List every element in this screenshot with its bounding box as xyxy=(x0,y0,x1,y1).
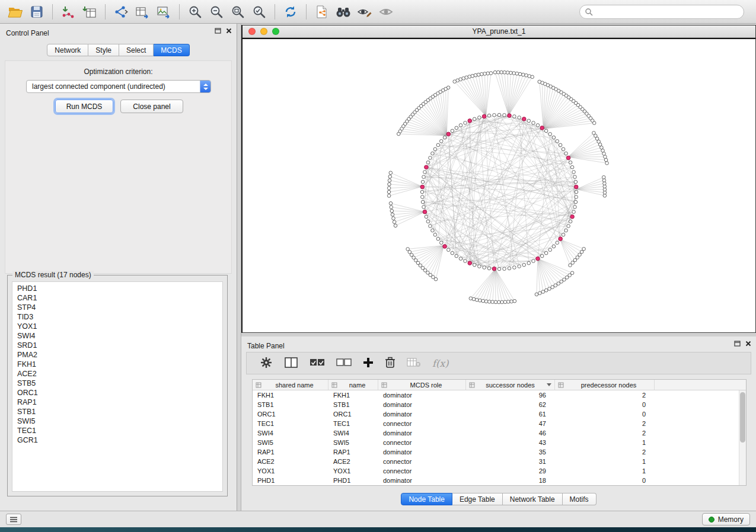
list-item[interactable]: CAR1 xyxy=(17,293,222,303)
tab-select[interactable]: Select xyxy=(119,44,154,56)
table-row[interactable]: PHD1PHD1dominator180 xyxy=(253,476,739,485)
list-item[interactable]: PHD1 xyxy=(17,284,222,293)
float-panel-icon[interactable] xyxy=(734,341,741,347)
search-network-binoculars-icon[interactable] xyxy=(333,3,354,21)
column-header-shared-name[interactable]: shared name xyxy=(253,380,328,390)
window-zoom-button[interactable] xyxy=(272,28,279,35)
memory-status-dot xyxy=(709,517,714,523)
import-network-icon[interactable] xyxy=(58,3,79,21)
list-item[interactable]: GCR1 xyxy=(17,435,222,445)
table-cell: SWI4 xyxy=(253,430,328,437)
table-row[interactable]: FKH1FKH1dominator962 xyxy=(253,390,739,400)
table-cell: 2 xyxy=(555,420,655,427)
show-columns-icon[interactable] xyxy=(284,357,298,370)
network-window-titlebar[interactable]: YPA_prune.txt_1 xyxy=(243,25,755,38)
export-image-icon[interactable] xyxy=(153,3,174,21)
table-row[interactable]: SWI4SWI4dominator462 xyxy=(253,428,739,438)
list-item[interactable]: TID3 xyxy=(17,312,222,322)
table-row[interactable]: ACE2ACE2connector311 xyxy=(253,457,739,466)
table-cell: PHD1 xyxy=(328,477,378,484)
network-canvas[interactable] xyxy=(243,38,755,332)
zoom-in-icon[interactable] xyxy=(184,3,206,21)
zoom-out-icon[interactable] xyxy=(206,3,227,21)
list-item[interactable]: SWI5 xyxy=(17,416,222,426)
select-all-rows-icon[interactable] xyxy=(310,358,325,368)
table-row[interactable]: SWI5SWI5connector431 xyxy=(253,438,739,447)
share-document-icon[interactable] xyxy=(311,3,333,21)
table-cell: RAP1 xyxy=(253,448,328,456)
delete-column-trash-icon[interactable] xyxy=(385,357,395,370)
add-column-plus-icon[interactable] xyxy=(363,357,374,370)
status-bar: Memory xyxy=(0,511,756,527)
zoom-selected-icon[interactable] xyxy=(248,3,270,21)
column-type-icon xyxy=(381,382,387,388)
list-item[interactable]: PMA2 xyxy=(17,350,222,360)
list-item[interactable]: STB1 xyxy=(17,407,222,416)
network-window-title: YPA_prune.txt_1 xyxy=(243,27,755,36)
table-scrollbar[interactable] xyxy=(739,390,746,485)
memory-button[interactable]: Memory xyxy=(702,513,750,525)
float-panel-icon[interactable] xyxy=(215,28,221,34)
tab-node-table[interactable]: Node Table xyxy=(401,493,452,505)
table-row[interactable]: ORC1ORC1dominator610 xyxy=(253,409,739,419)
criterion-dropdown[interactable]: largest connected component (undirected) xyxy=(26,80,211,93)
deselect-all-rows-icon[interactable] xyxy=(336,358,352,368)
list-item[interactable]: RAP1 xyxy=(17,398,222,407)
zoom-fit-icon[interactable] xyxy=(227,3,248,21)
table-cell: ACE2 xyxy=(328,458,378,465)
control-panel-header: Control Panel xyxy=(0,24,237,40)
column-header-successor-nodes[interactable]: successor nodes xyxy=(466,380,555,390)
list-item[interactable]: ORC1 xyxy=(17,388,222,398)
list-item[interactable]: SWI4 xyxy=(17,331,222,341)
column-type-icon xyxy=(469,382,475,388)
search-input[interactable] xyxy=(596,8,739,16)
column-header-name[interactable]: name xyxy=(328,380,378,390)
tab-edge-table[interactable]: Edge Table xyxy=(452,493,503,505)
refresh-icon[interactable] xyxy=(280,3,301,21)
table-row[interactable]: TEC1TEC1connector472 xyxy=(253,419,739,428)
list-item[interactable]: STB5 xyxy=(17,379,222,388)
table-cell: STB1 xyxy=(328,401,378,408)
table-panel-tabs: Node Table Edge Table Network Table Moti… xyxy=(241,493,756,505)
show-hide-annotations-icon[interactable] xyxy=(354,3,375,21)
list-item[interactable]: FKH1 xyxy=(17,360,222,369)
close-panel-button[interactable]: Close panel xyxy=(120,100,183,113)
list-item[interactable]: SRD1 xyxy=(17,341,222,350)
hide-panel-eye-icon[interactable] xyxy=(375,3,397,21)
vertical-splitter[interactable] xyxy=(237,24,241,511)
table-cell: ORC1 xyxy=(328,411,378,418)
task-history-button[interactable] xyxy=(6,514,21,525)
import-table-icon[interactable] xyxy=(79,3,100,21)
window-minimize-button[interactable] xyxy=(260,28,267,35)
main-toolbar xyxy=(0,0,756,24)
table-scrollbar-thumb[interactable] xyxy=(740,392,745,443)
column-type-icon xyxy=(256,382,261,388)
open-session-icon[interactable] xyxy=(5,3,26,21)
table-cell: connector xyxy=(378,420,466,427)
mcds-result-list[interactable]: PHD1CAR1STP4TID3YOX1SWI4SRD1PMA2FKH1ACE2… xyxy=(12,281,223,492)
table-row[interactable]: STB1STB1dominator620 xyxy=(253,400,739,409)
table-row[interactable]: YOX1YOX1connector291 xyxy=(253,466,739,476)
run-mcds-button[interactable]: Run MCDS xyxy=(55,100,113,113)
export-network-icon[interactable] xyxy=(110,3,132,21)
mcds-result-group: MCDS result (17 nodes) PHD1CAR1STP4TID3Y… xyxy=(7,275,228,496)
export-table-icon[interactable] xyxy=(132,3,153,21)
tab-network-table[interactable]: Network Table xyxy=(503,493,563,505)
list-item[interactable]: TEC1 xyxy=(17,426,222,435)
table-settings-gear-icon[interactable] xyxy=(260,356,273,371)
list-item[interactable]: ACE2 xyxy=(17,369,222,379)
tab-network[interactable]: Network xyxy=(47,44,88,56)
window-close-button[interactable] xyxy=(248,28,256,35)
tab-style[interactable]: Style xyxy=(88,44,119,56)
column-header-mcds-role[interactable]: MCDS role xyxy=(378,380,466,390)
table-row[interactable]: RAP1RAP1dominator352 xyxy=(253,447,739,457)
column-header-predecessor-nodes[interactable]: predecessor nodes xyxy=(555,380,655,390)
tab-motifs[interactable]: Motifs xyxy=(563,493,596,505)
search-icon xyxy=(585,8,593,16)
close-panel-icon[interactable] xyxy=(226,28,232,34)
save-session-icon[interactable] xyxy=(26,3,47,21)
list-item[interactable]: YOX1 xyxy=(17,322,222,331)
tab-mcds[interactable]: MCDS xyxy=(154,44,189,56)
close-panel-icon[interactable] xyxy=(745,341,751,347)
list-item[interactable]: STP4 xyxy=(17,303,222,312)
